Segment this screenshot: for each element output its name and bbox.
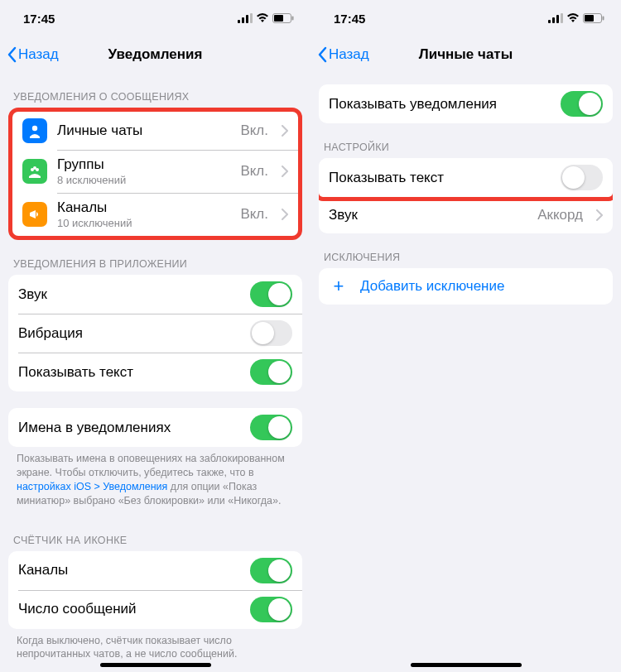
chevron-right-icon xyxy=(282,166,288,177)
content: УВЕДОМЛЕНИЯ О СООБЩЕНИЯХ Личные чаты Вкл… xyxy=(0,73,310,672)
row-show-text[interactable]: Показывать текст xyxy=(319,158,613,201)
row-value: Аккорд xyxy=(537,207,583,223)
group-icon xyxy=(22,159,47,184)
toggle-show-notifications[interactable] xyxy=(561,91,603,117)
section-header-exceptions: ИСКЛЮЧЕНИЯ xyxy=(310,233,621,268)
nav-bar: Назад Уведомления xyxy=(0,36,310,73)
row-label: Личные чаты xyxy=(57,122,230,139)
toggle-names[interactable] xyxy=(250,415,292,440)
toggle-vibration[interactable] xyxy=(250,320,292,346)
svg-point-7 xyxy=(32,126,37,131)
home-indicator[interactable] xyxy=(411,663,522,667)
group-exceptions: + Добавить исключение xyxy=(319,268,613,305)
chevron-right-icon xyxy=(596,209,603,221)
status-indicators xyxy=(238,13,294,23)
toggle-badge-count[interactable] xyxy=(250,597,292,622)
back-button[interactable]: Назад xyxy=(0,46,59,63)
add-exception-label: Добавить исключение xyxy=(360,278,504,295)
chevron-right-icon xyxy=(282,125,288,137)
row-label: Показывать текст xyxy=(18,364,240,381)
toggle-show-text[interactable] xyxy=(250,359,292,385)
group-badge: Каналы Число сообщений xyxy=(8,551,302,629)
group-names: Имена в уведомлениях xyxy=(8,408,302,447)
row-label: Показывать текст xyxy=(329,170,551,186)
cellular-icon xyxy=(238,13,253,23)
row-label: Звук xyxy=(329,207,527,223)
svg-rect-11 xyxy=(548,20,551,23)
svg-rect-16 xyxy=(585,15,594,22)
plus-icon: + xyxy=(329,276,349,297)
row-sub: 8 исключений xyxy=(57,174,230,186)
svg-rect-1 xyxy=(242,17,244,23)
svg-rect-13 xyxy=(556,15,559,23)
svg-rect-3 xyxy=(250,13,253,23)
row-names[interactable]: Имена в уведомлениях xyxy=(8,408,302,447)
cellular-icon xyxy=(548,13,563,23)
row-badge-channels[interactable]: Каналы xyxy=(8,551,302,590)
row-label: Число сообщений xyxy=(18,601,240,617)
status-time: 17:45 xyxy=(23,12,55,26)
row-show-notifications[interactable]: Показывать уведомления xyxy=(319,84,613,123)
svg-rect-6 xyxy=(292,17,294,21)
back-label: Назад xyxy=(329,46,369,63)
svg-rect-5 xyxy=(274,15,283,22)
chevron-right-icon xyxy=(282,209,288,220)
chevron-left-icon xyxy=(7,46,17,63)
row-label: Вибрация xyxy=(18,325,240,342)
person-icon xyxy=(22,118,47,143)
toggle-badge-channels[interactable] xyxy=(250,558,292,583)
row-groups[interactable]: Группы 8 исключений Вкл. xyxy=(12,150,298,193)
row-sub: 10 исключений xyxy=(57,217,230,229)
group-message-notifications: Личные чаты Вкл. Группы 8 исключений Вкл… xyxy=(8,108,302,240)
chevron-left-icon xyxy=(317,46,327,63)
svg-rect-0 xyxy=(238,20,240,23)
svg-rect-14 xyxy=(561,13,563,23)
wifi-icon xyxy=(566,13,580,23)
content: Показывать уведомления НАСТРОЙКИ Показыв… xyxy=(310,73,621,672)
group-settings: Показывать текст Звук Аккорд xyxy=(319,158,613,233)
back-label: Назад xyxy=(18,46,59,63)
nav-bar: Назад Личные чаты xyxy=(310,36,621,73)
group-show-notifications: Показывать уведомления xyxy=(319,84,613,123)
row-sound[interactable]: Звук Аккорд xyxy=(319,197,613,233)
row-sound[interactable]: Звук xyxy=(8,275,302,314)
toggle-sound[interactable] xyxy=(250,281,292,307)
status-time: 17:45 xyxy=(334,12,365,26)
svg-rect-17 xyxy=(603,17,604,21)
row-label: Имена в уведомлениях xyxy=(18,420,240,436)
section-header-settings: НАСТРОЙКИ xyxy=(310,123,621,158)
battery-icon xyxy=(583,13,604,23)
footer-note-names: Показывать имена в оповещениях на заблок… xyxy=(0,447,310,516)
row-label: Показывать уведомления xyxy=(329,96,551,113)
ios-settings-link[interactable]: настройках iOS > Уведомления xyxy=(17,481,167,492)
section-header-badge: СЧЁТЧИК НА ИКОНКЕ xyxy=(0,516,310,551)
svg-rect-12 xyxy=(552,17,555,23)
row-label: Каналы xyxy=(57,199,230,216)
wifi-icon xyxy=(256,13,269,23)
screen-notifications: 17:45 Назад Уведомления УВЕДОМЛЕНИЯ О СО… xyxy=(0,0,310,672)
svg-point-10 xyxy=(33,166,36,170)
row-badge-count[interactable]: Число сообщений xyxy=(8,590,302,629)
status-bar: 17:45 xyxy=(0,0,310,36)
row-value: Вкл. xyxy=(240,122,268,139)
row-add-exception[interactable]: + Добавить исключение xyxy=(319,268,613,305)
row-label: Каналы xyxy=(18,562,240,578)
section-header-messages: УВЕДОМЛЕНИЯ О СООБЩЕНИЯХ xyxy=(0,73,310,108)
row-value: Вкл. xyxy=(240,163,268,180)
row-label: Группы xyxy=(57,156,230,173)
battery-icon xyxy=(272,13,294,23)
row-show-text[interactable]: Показывать текст xyxy=(8,353,302,391)
row-channels[interactable]: Каналы 10 исключений Вкл. xyxy=(12,193,298,236)
row-private-chats[interactable]: Личные чаты Вкл. xyxy=(12,112,298,150)
status-bar: 17:45 xyxy=(310,0,621,36)
screen-private-chats: 17:45 Назад Личные чаты Показывать уведо… xyxy=(310,0,621,672)
toggle-show-text[interactable] xyxy=(561,165,603,190)
home-indicator[interactable] xyxy=(100,663,211,667)
section-header-inapp: УВЕДОМЛЕНИЯ В ПРИЛОЖЕНИИ xyxy=(0,240,310,275)
row-vibration[interactable]: Вибрация xyxy=(8,314,302,353)
back-button[interactable]: Назад xyxy=(310,46,369,63)
svg-rect-2 xyxy=(246,15,248,23)
megaphone-icon xyxy=(22,202,47,227)
row-label: Звук xyxy=(18,286,240,303)
row-value: Вкл. xyxy=(240,206,268,223)
